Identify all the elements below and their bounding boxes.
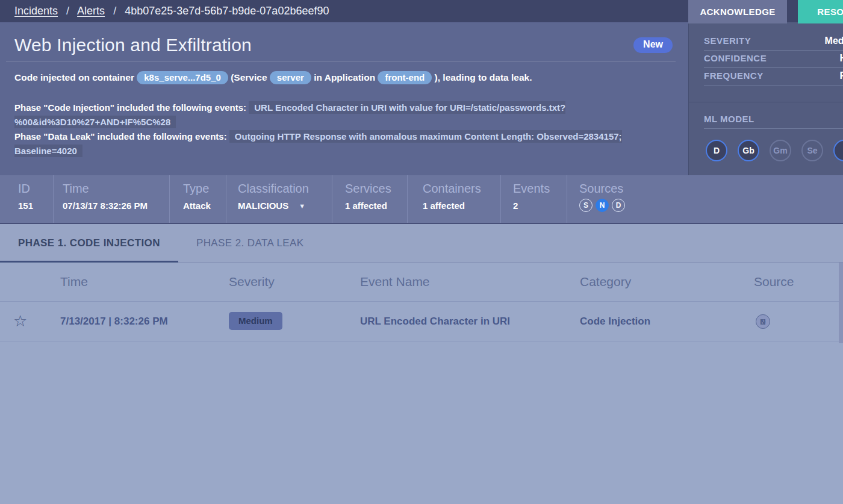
header-time: Time xyxy=(60,263,88,301)
frequency-row: FREQUENCY Rare xyxy=(704,68,843,86)
summary-col-id: ID 151 xyxy=(0,175,54,223)
severity-badge: Medium xyxy=(229,312,282,330)
source-d-icon: D xyxy=(756,314,770,329)
header-category: Category xyxy=(580,263,631,301)
time-value: 07/13/17 8:32:26 PM xyxy=(63,201,169,211)
header-source: Source xyxy=(754,263,794,301)
confidence-row: CONFIDENCE High xyxy=(704,51,843,68)
time-label: Time xyxy=(63,182,169,196)
status-badge: New xyxy=(633,37,673,53)
breadcrumb: Incidents / Alerts / 4bb07e25-3e7d-56b7-… xyxy=(14,5,329,17)
tab-phase-2-data-leak[interactable]: PHASE 2. DATA LEAK xyxy=(178,224,322,262)
description-suffix: ), leading to data leak. xyxy=(435,72,532,82)
source-s-icon: S xyxy=(579,199,593,212)
ml-model-circle-gb[interactable]: Gb xyxy=(738,140,759,161)
ml-model-divider xyxy=(704,128,843,129)
phase-1-label: Phase "Code Injection" included the foll… xyxy=(14,102,246,113)
description-mid2: in Application xyxy=(314,72,375,82)
services-value: 1 affected xyxy=(345,201,407,211)
type-label: Type xyxy=(183,182,226,196)
breadcrumb-alerts-link[interactable]: Alerts xyxy=(77,5,105,17)
breadcrumb-separator: / xyxy=(66,5,69,17)
alert-summary-bar: ID 151 Time 07/13/17 8:32:26 PM Type Att… xyxy=(0,175,843,224)
header-event-name: Event Name xyxy=(360,263,430,301)
alert-metrics-sidebar: SEVERITY Medium CONFIDENCE High FREQUENC… xyxy=(688,22,843,175)
containers-label: Containers xyxy=(423,182,500,196)
description-prefix: Code injected on container xyxy=(14,72,134,82)
alert-summary-text: Code injected on container k8s_serve...7… xyxy=(14,70,674,85)
phase-tabbar: PHASE 1. CODE INJECTION PHASE 2. DATA LE… xyxy=(0,224,843,263)
sidebar-section-divider xyxy=(689,102,843,102)
classification-dropdown[interactable]: MALICIOUS ▼ xyxy=(238,201,332,211)
ml-model-circle-gm[interactable]: Gm xyxy=(770,140,791,161)
service-chip[interactable]: server xyxy=(270,71,311,84)
id-label: ID xyxy=(18,182,53,196)
breadcrumb-alert-id: 4bb07e25-3e7d-56b7-b9de-07a02b6eef90 xyxy=(125,5,329,17)
ml-model-list: D Gb Gm Se xyxy=(706,140,843,161)
chevron-down-icon[interactable]: ▼ xyxy=(299,202,305,210)
containers-value: 1 affected xyxy=(423,201,500,211)
frequency-label: FREQUENCY xyxy=(704,70,764,81)
ml-model-label: ML MODEL xyxy=(704,114,754,124)
acknowledge-button[interactable]: ACKNOWLEDGE xyxy=(688,0,787,23)
severity-row: SEVERITY Medium xyxy=(704,33,843,51)
page-title: Web Injection and Exfiltration xyxy=(14,35,252,55)
events-table: Time Severity Event Name Category Source… xyxy=(0,263,843,504)
header-severity: Severity xyxy=(229,263,275,301)
summary-col-type: Type Attack xyxy=(170,175,226,223)
summary-col-events: Events 2 xyxy=(501,175,567,223)
breadcrumb-separator: / xyxy=(113,5,116,17)
sources-label: Sources xyxy=(579,182,676,196)
classification-value: MALICIOUS xyxy=(238,201,288,211)
services-label: Services xyxy=(345,182,407,196)
row-time: 7/13/2017 | 8:32:26 PM xyxy=(60,302,168,341)
ml-model-circle-d[interactable]: D xyxy=(706,140,727,161)
row-category: Code Injection xyxy=(580,302,650,341)
ml-model-circle-se[interactable]: Se xyxy=(801,140,823,161)
table-row[interactable]: ☆ 7/13/2017 | 8:32:26 PM Medium URL Enco… xyxy=(0,302,843,341)
summary-col-time: Time 07/13/17 8:32:26 PM xyxy=(54,175,170,223)
type-value: Attack xyxy=(183,201,226,211)
sources-icons: S N D xyxy=(579,199,676,212)
alert-description-panel: Web Injection and Exfiltration New Code … xyxy=(0,22,688,175)
id-value: 151 xyxy=(18,201,53,211)
description-mid1: (Service xyxy=(231,72,267,82)
ml-model-circle[interactable] xyxy=(833,140,843,161)
row-event-name: URL Encoded Character in URI xyxy=(360,302,510,341)
summary-col-containers: Containers 1 affected xyxy=(408,175,501,223)
severity-label: SEVERITY xyxy=(704,36,751,46)
summary-col-services: Services 1 affected xyxy=(332,175,408,223)
tab-phase-1-code-injection[interactable]: PHASE 1. CODE INJECTION xyxy=(0,224,178,263)
breadcrumb-incidents-link[interactable]: Incidents xyxy=(14,5,58,17)
severity-value: Medium xyxy=(825,33,843,49)
source-d-icon: D xyxy=(612,199,625,212)
star-icon[interactable]: ☆ xyxy=(13,302,27,341)
events-value: 2 xyxy=(513,201,567,211)
resolve-button[interactable]: RESOLVE xyxy=(798,0,843,23)
phase-2-label: Phase "Data Leak" included the following… xyxy=(14,131,227,142)
phase-1-description: Phase "Code Injection" included the foll… xyxy=(14,101,644,129)
phase-2-description: Phase "Data Leak" included the following… xyxy=(14,129,644,158)
summary-col-classification: Classification MALICIOUS ▼ xyxy=(226,175,332,223)
frequency-value: Rare xyxy=(839,68,843,84)
title-divider xyxy=(6,61,676,61)
confidence-value: High xyxy=(839,51,843,66)
source-n-icon: N xyxy=(596,199,609,212)
application-chip[interactable]: front-end xyxy=(378,71,432,84)
confidence-label: CONFIDENCE xyxy=(704,53,767,63)
events-table-header: Time Severity Event Name Category Source xyxy=(0,263,843,302)
events-label: Events xyxy=(513,182,567,196)
summary-col-sources: Sources S N D xyxy=(567,175,676,223)
scrollbar[interactable] xyxy=(839,263,843,343)
phase-descriptions: Phase "Code Injection" included the foll… xyxy=(14,101,644,158)
container-chip[interactable]: k8s_serve...7d5_0 xyxy=(137,71,228,84)
classification-label: Classification xyxy=(238,182,332,196)
